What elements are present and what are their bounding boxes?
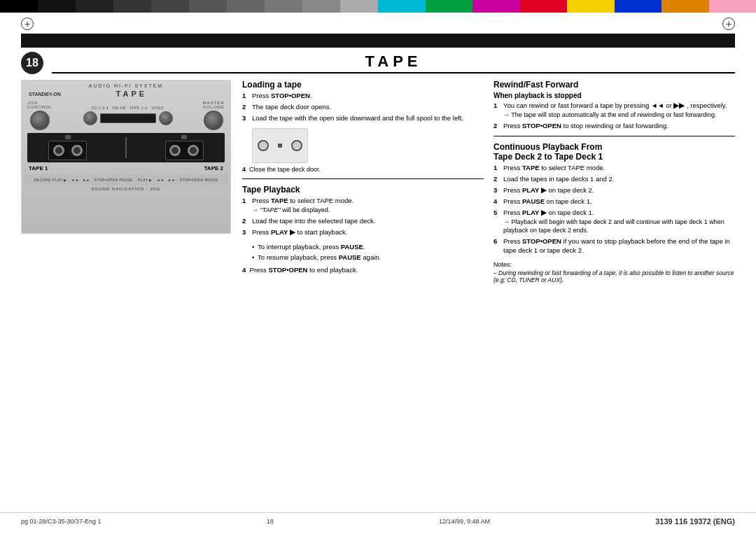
playback-step-4: 4 Press STOP•OPEN to end playback. bbox=[242, 266, 484, 274]
knob-sm-2 bbox=[159, 111, 173, 125]
notes-item-1: – During rewinding or fast forwarding of… bbox=[493, 269, 735, 283]
tape-diagram-head bbox=[278, 143, 282, 148]
content-row: AUDIO HI-FI SYSTEM STANDBY-ON TAPE JOGCO… bbox=[21, 80, 735, 283]
footer-center-page: 18 bbox=[267, 518, 274, 525]
tape-reel-3 bbox=[169, 145, 181, 156]
top-color-bars bbox=[0, 0, 756, 13]
rewind-step-1: 1 You can rewind or fast forward a tape … bbox=[493, 101, 735, 120]
continuous-steps: 1 Press TAPE to select TAPE mode. 2 Load… bbox=[493, 164, 735, 255]
rewind-step-2: 2 Press STOP•OPEN to stop rewinding or f… bbox=[493, 122, 735, 131]
tape-window-1 bbox=[48, 141, 87, 160]
divider-1 bbox=[242, 178, 484, 179]
page-header: 18 TAPE bbox=[21, 52, 735, 74]
black-bar bbox=[21, 34, 735, 48]
color-bar bbox=[378, 0, 756, 13]
loading-step-4-text: 4 Close the tape deck door. bbox=[242, 166, 484, 173]
tape-window-2 bbox=[165, 141, 204, 160]
tape-diagram bbox=[252, 128, 308, 163]
rewind-steps: 1 You can rewind or fast forward a tape … bbox=[493, 101, 735, 130]
playback-step-1: 1 Press TAPE to select TAPE mode. → "TAP… bbox=[242, 197, 484, 215]
instructions: Loading a tape 1 Press STOP•OPEN. 2 The … bbox=[242, 80, 735, 283]
tape1-label: TAPE 1 bbox=[29, 165, 48, 171]
footer-left: pg 01-28/C3-35-30/37-Eng 1 bbox=[21, 518, 102, 525]
continuous-step-5: 5 Press PLAY ▶ on tape deck 1. → Playbac… bbox=[493, 209, 735, 235]
page-number: 18 bbox=[21, 52, 43, 74]
tape-label: TAPE bbox=[116, 90, 148, 98]
tape-labels: TAPE 1 TAPE 2 bbox=[22, 164, 230, 173]
controls-strip-bottom: RECORD PLAY ▶ ◄◄ ►► STOP•OPEN PAUSE PLAY… bbox=[24, 174, 227, 185]
tape-reel-4 bbox=[188, 145, 199, 156]
stereo-top-label: AUDIO HI-FI SYSTEM bbox=[22, 80, 230, 88]
continuous-step-4: 4 Press PAUSE on tape deck 1. bbox=[493, 197, 735, 206]
divider-2 bbox=[493, 136, 735, 136]
device-image: AUDIO HI-FI SYSTEM STANDBY-ON TAPE JOGCO… bbox=[21, 80, 231, 234]
col-left: Loading a tape 1 Press STOP•OPEN. 2 The … bbox=[242, 80, 484, 283]
loading-title: Loading a tape bbox=[242, 80, 484, 90]
playback-bullet-1: To interrupt playback, press PAUSE. bbox=[252, 243, 484, 252]
notes-section: Notes: – During rewinding or fast forwar… bbox=[493, 261, 735, 283]
playback-bullet-2: To resume playback, press PAUSE again. bbox=[252, 253, 484, 262]
reg-mark-right bbox=[722, 17, 735, 30]
master-volume-knob bbox=[204, 111, 223, 130]
loading-steps: 1 Press STOP•OPEN. 2 The tape deck door … bbox=[242, 92, 484, 122]
nav-label: SOUND NAVIGATION · JOG bbox=[22, 187, 230, 191]
knob-sm-1 bbox=[83, 111, 97, 125]
continuous-step-2: 2 Load the tapes in tape decks 1 and 2. bbox=[493, 175, 735, 184]
jog-knob bbox=[30, 111, 50, 130]
playback-steps: 1 Press TAPE to select TAPE mode. → "TAP… bbox=[242, 197, 484, 237]
footer-date: 12/14/99, 9:48 AM bbox=[439, 518, 490, 525]
reg-mark-left bbox=[21, 17, 34, 30]
tape-diagram-reel-1 bbox=[258, 140, 269, 151]
main-content: 18 TAPE AUDIO HI-FI SYSTEM STANDBY-ON TA… bbox=[0, 52, 756, 283]
playback-step-2: 2 Load the tape into the selected tape d… bbox=[242, 217, 484, 226]
playback-step-3: 3 Press PLAY ▶ to start playback. bbox=[242, 228, 484, 237]
continuous-step-6: 6 Press STOP•OPEN if you want to stop pl… bbox=[493, 237, 735, 255]
stereo-controls: JOGCONTROL CD 1-2-4 FM-AM TAPE 1-2 VIDEO bbox=[22, 99, 230, 132]
rewind-title: Rewind/Fast Forward bbox=[493, 80, 735, 90]
tape2-label: TAPE 2 bbox=[204, 165, 223, 171]
continuous-step-3: 3 Press PLAY ▶ on tape deck 2. bbox=[493, 186, 735, 195]
footer-right: 3139 116 19372 (ENG) bbox=[655, 517, 735, 526]
registration-row bbox=[0, 14, 756, 34]
grayscale-bar bbox=[0, 0, 378, 13]
playback-bullets: To interrupt playback, press PAUSE. To r… bbox=[252, 243, 484, 262]
col-right: Rewind/Fast Forward When playback is sto… bbox=[493, 80, 735, 283]
page-title: TAPE bbox=[52, 52, 735, 73]
playback-title: Tape Playback bbox=[242, 185, 484, 195]
tape-diagram-reel-2 bbox=[291, 140, 302, 151]
tape-reel-1 bbox=[53, 145, 64, 156]
tape-reel-2 bbox=[71, 145, 83, 156]
footer: pg 01-28/C3-35-30/37-Eng 1 18 12/14/99, … bbox=[0, 512, 756, 526]
device-image-area: AUDIO HI-FI SYSTEM STANDBY-ON TAPE JOGCO… bbox=[21, 80, 231, 283]
loading-step-2: 2 The tape deck door opens. bbox=[242, 103, 484, 112]
rewind-subtitle: When playback is stopped bbox=[493, 92, 735, 99]
loading-step-1: 1 Press STOP•OPEN. bbox=[242, 92, 484, 101]
continuous-step-1: 1 Press TAPE to select TAPE mode. bbox=[493, 164, 735, 173]
loading-step-3: 3 Load the tape with the open side downw… bbox=[242, 114, 484, 123]
notes-title: Notes: bbox=[493, 261, 735, 268]
stereo-body: AUDIO HI-FI SYSTEM STANDBY-ON TAPE JOGCO… bbox=[22, 80, 230, 233]
continuous-title: Continuous Playback FromTape Deck 2 to T… bbox=[493, 142, 735, 162]
